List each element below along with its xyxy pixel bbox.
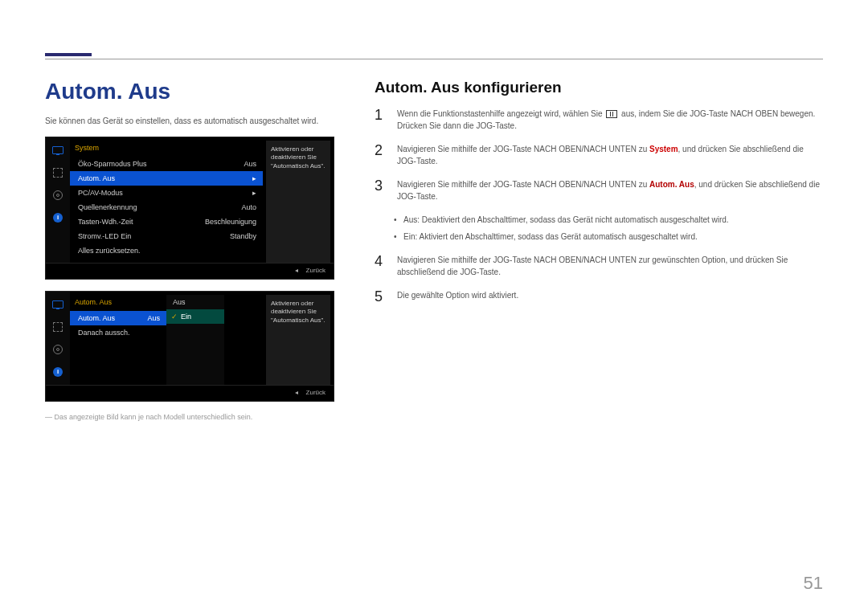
osd-row: QuellenerkennungAuto <box>70 200 263 215</box>
step-number: 4 <box>375 254 386 278</box>
step-body: Navigieren Sie mithilfe der JOG-Taste NA… <box>397 178 823 202</box>
step-body: Navigieren Sie mithilfe der JOG-Taste NA… <box>397 143 823 167</box>
osd-row: Öko-Sparmodus PlusAus <box>70 157 263 171</box>
step-3: 3 Navigieren Sie mithilfe der JOG-Taste … <box>375 178 823 202</box>
osd-screenshot-system: i System Öko-Sparmodus PlusAus Autom. Au… <box>45 137 334 280</box>
step-number: 5 <box>375 289 386 304</box>
section-subtitle: Autom. Aus konfigurieren <box>375 79 823 96</box>
page-number: 51 <box>804 573 823 594</box>
page-title: Autom. Aus <box>45 79 342 104</box>
step-body: Die gewählte Option wird aktiviert. <box>397 289 823 304</box>
osd-menu: System Öko-Sparmodus PlusAus Autom. Aus … <box>70 141 263 263</box>
options-list: Aus: Deaktiviert den Abschalttimer, soda… <box>394 214 823 243</box>
osd-footer: Zurück <box>46 385 334 401</box>
info-icon: i <box>51 366 64 378</box>
osd-dropdown: Aus Ein <box>166 295 224 385</box>
osd-footer: Zurück <box>46 263 334 279</box>
step-body: Navigieren Sie mithilfe der JOG-Taste NA… <box>397 254 823 278</box>
header-rule <box>45 45 823 59</box>
osd-tooltip: Aktivieren oder deaktivieren Sie "Automa… <box>266 295 330 385</box>
info-icon: i <box>51 211 64 224</box>
osd-row: Stromv.-LED EinStandby <box>70 229 263 243</box>
left-column: Autom. Aus Sie können das Gerät so einst… <box>45 79 342 421</box>
back-arrow-icon <box>295 389 301 396</box>
osd-tooltip: Aktivieren oder deaktivieren Sie "Automa… <box>266 141 330 263</box>
step-2: 2 Navigieren Sie mithilfe der JOG-Taste … <box>375 143 823 167</box>
step-4: 4 Navigieren Sie mithilfe der JOG-Taste … <box>375 254 823 278</box>
frame-icon <box>51 166 64 179</box>
osd-sidebar: i <box>46 137 70 263</box>
osd-back-label: Zurück <box>306 389 326 396</box>
osd-row: PC/AV-Modus <box>70 186 263 200</box>
step-number: 2 <box>375 143 386 167</box>
step-body: Wenn die Funktionstastenhilfe angezeigt … <box>397 108 823 132</box>
osd-sidebar: i <box>46 292 70 385</box>
dropdown-option: Aus <box>166 295 224 309</box>
gear-icon <box>51 189 64 202</box>
osd-menu: Autom. Aus Autom. AusAus Danach aussch. <box>70 295 166 385</box>
step-number: 1 <box>375 108 386 132</box>
osd-menu-title: Autom. Aus <box>70 295 166 311</box>
footnote: Das angezeigte Bild kann je nach Modell … <box>45 413 342 421</box>
menu-icon <box>606 110 617 118</box>
osd-menu-title: System <box>70 141 263 157</box>
osd-row-selected: Autom. AusAus <box>70 311 166 325</box>
monitor-icon <box>51 144 64 157</box>
osd-row: Danach aussch. <box>70 325 166 340</box>
osd-screenshot-autom-aus: i Autom. Aus Autom. AusAus Danach aussch… <box>45 291 334 402</box>
step-5: 5 Die gewählte Option wird aktiviert. <box>375 289 823 304</box>
right-column: Autom. Aus konfigurieren 1 Wenn die Funk… <box>375 79 823 421</box>
osd-row: Tasten-Wdh.-ZeitBeschleunigung <box>70 215 263 229</box>
step-1: 1 Wenn die Funktionstastenhilfe angezeig… <box>375 108 823 132</box>
step-number: 3 <box>375 178 386 202</box>
dropdown-option-active: Ein <box>166 309 224 324</box>
list-item: Aus: Deaktiviert den Abschalttimer, soda… <box>394 214 823 226</box>
back-arrow-icon <box>295 267 301 274</box>
monitor-icon <box>51 298 64 311</box>
intro-text: Sie können das Gerät so einstellen, dass… <box>45 116 342 127</box>
gear-icon <box>51 343 64 356</box>
frame-icon <box>51 321 64 333</box>
osd-row: Alles zurücksetzen. <box>70 243 263 258</box>
osd-back-label: Zurück <box>306 267 326 274</box>
osd-row-selected: Autom. Aus <box>70 171 263 186</box>
list-item: Ein: Aktiviert den Abschalttimer, sodass… <box>394 231 823 243</box>
